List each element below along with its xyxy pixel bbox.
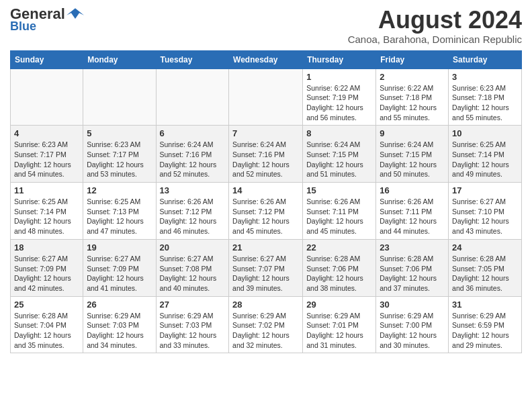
table-row: 5Sunrise: 6:23 AM Sunset: 7:17 PM Daylig… [83, 126, 156, 183]
calendar-week-row: 11Sunrise: 6:25 AM Sunset: 7:14 PM Dayli… [11, 183, 522, 240]
day-number: 9 [380, 128, 445, 138]
table-row [11, 68, 83, 126]
day-number: 7 [232, 128, 299, 138]
day-number: 22 [306, 242, 372, 253]
location: Canoa, Barahona, Dominican Republic [348, 34, 522, 45]
table-row: 29Sunrise: 6:29 AM Sunset: 7:01 PM Dayli… [303, 296, 376, 353]
table-row: 12Sunrise: 6:25 AM Sunset: 7:13 PM Dayli… [83, 183, 156, 240]
day-number: 12 [87, 185, 152, 195]
day-info: Sunrise: 6:29 AM Sunset: 6:59 PM Dayligh… [452, 311, 518, 351]
table-row: 20Sunrise: 6:27 AM Sunset: 7:08 PM Dayli… [156, 239, 229, 296]
day-info: Sunrise: 6:26 AM Sunset: 7:11 PM Dayligh… [380, 197, 445, 236]
col-saturday: Saturday [449, 50, 522, 68]
day-info: Sunrise: 6:27 AM Sunset: 7:09 PM Dayligh… [87, 254, 152, 293]
table-row: 3Sunrise: 6:23 AM Sunset: 7:18 PM Daylig… [449, 68, 522, 126]
day-info: Sunrise: 6:25 AM Sunset: 7:13 PM Dayligh… [87, 197, 152, 236]
col-monday: Monday [83, 50, 156, 68]
col-wednesday: Wednesday [229, 50, 303, 68]
day-number: 20 [160, 242, 226, 253]
day-number: 26 [87, 300, 152, 310]
day-info: Sunrise: 6:24 AM Sunset: 7:16 PM Dayligh… [232, 140, 299, 179]
day-info: Sunrise: 6:23 AM Sunset: 7:17 PM Dayligh… [14, 140, 79, 179]
day-info: Sunrise: 6:24 AM Sunset: 7:15 PM Dayligh… [306, 140, 372, 179]
table-row: 1Sunrise: 6:22 AM Sunset: 7:19 PM Daylig… [303, 68, 376, 126]
table-row: 14Sunrise: 6:26 AM Sunset: 7:12 PM Dayli… [229, 183, 303, 240]
calendar-week-row: 25Sunrise: 6:28 AM Sunset: 7:04 PM Dayli… [11, 296, 522, 353]
table-row: 24Sunrise: 6:28 AM Sunset: 7:05 PM Dayli… [449, 239, 522, 296]
day-number: 30 [380, 300, 445, 310]
day-number: 4 [14, 128, 79, 138]
day-number: 6 [160, 128, 226, 138]
day-number: 21 [232, 242, 299, 253]
title-area: August 2024 Canoa, Barahona, Dominican R… [348, 7, 522, 45]
day-number: 19 [87, 242, 152, 253]
table-row: 27Sunrise: 6:29 AM Sunset: 7:03 PM Dayli… [156, 296, 229, 353]
day-info: Sunrise: 6:28 AM Sunset: 7:06 PM Dayligh… [306, 254, 372, 293]
table-row: 9Sunrise: 6:24 AM Sunset: 7:15 PM Daylig… [376, 126, 449, 183]
table-row: 21Sunrise: 6:27 AM Sunset: 7:07 PM Dayli… [229, 239, 303, 296]
table-row: 31Sunrise: 6:29 AM Sunset: 6:59 PM Dayli… [449, 296, 522, 353]
table-row: 8Sunrise: 6:24 AM Sunset: 7:15 PM Daylig… [303, 126, 376, 183]
logo: General Blue [10, 7, 84, 32]
calendar-header-row: Sunday Monday Tuesday Wednesday Thursday… [11, 50, 522, 68]
day-number: 28 [232, 300, 299, 310]
table-row: 18Sunrise: 6:27 AM Sunset: 7:09 PM Dayli… [11, 239, 83, 296]
table-row: 10Sunrise: 6:25 AM Sunset: 7:14 PM Dayli… [449, 126, 522, 183]
day-info: Sunrise: 6:24 AM Sunset: 7:15 PM Dayligh… [380, 140, 445, 179]
day-number: 13 [160, 185, 226, 195]
day-info: Sunrise: 6:29 AM Sunset: 7:02 PM Dayligh… [232, 311, 299, 351]
day-info: Sunrise: 6:25 AM Sunset: 7:14 PM Dayligh… [14, 197, 79, 236]
day-number: 11 [14, 185, 79, 195]
day-info: Sunrise: 6:26 AM Sunset: 7:12 PM Dayligh… [160, 197, 226, 236]
day-number: 24 [452, 242, 518, 253]
day-info: Sunrise: 6:24 AM Sunset: 7:16 PM Dayligh… [160, 140, 226, 179]
day-info: Sunrise: 6:23 AM Sunset: 7:18 PM Dayligh… [452, 83, 518, 123]
table-row: 6Sunrise: 6:24 AM Sunset: 7:16 PM Daylig… [156, 126, 229, 183]
day-number: 18 [14, 242, 79, 253]
table-row: 11Sunrise: 6:25 AM Sunset: 7:14 PM Dayli… [11, 183, 83, 240]
day-info: Sunrise: 6:23 AM Sunset: 7:17 PM Dayligh… [87, 140, 152, 179]
day-info: Sunrise: 6:29 AM Sunset: 7:01 PM Dayligh… [306, 311, 372, 351]
table-row: 16Sunrise: 6:26 AM Sunset: 7:11 PM Dayli… [376, 183, 449, 240]
day-number: 3 [452, 72, 518, 82]
day-info: Sunrise: 6:26 AM Sunset: 7:11 PM Dayligh… [306, 197, 372, 236]
header: General Blue August 2024 Canoa, Barahona… [10, 7, 522, 45]
day-number: 8 [306, 128, 372, 138]
month-year: August 2024 [348, 7, 522, 34]
svg-marker-0 [66, 8, 84, 19]
day-info: Sunrise: 6:28 AM Sunset: 7:06 PM Dayligh… [380, 254, 445, 293]
calendar-week-row: 18Sunrise: 6:27 AM Sunset: 7:09 PM Dayli… [11, 239, 522, 296]
day-number: 10 [452, 128, 518, 138]
table-row: 25Sunrise: 6:28 AM Sunset: 7:04 PM Dayli… [11, 296, 83, 353]
day-info: Sunrise: 6:27 AM Sunset: 7:08 PM Dayligh… [160, 254, 226, 293]
day-number: 25 [14, 300, 79, 310]
table-row: 15Sunrise: 6:26 AM Sunset: 7:11 PM Dayli… [303, 183, 376, 240]
day-number: 1 [306, 72, 372, 82]
day-number: 5 [87, 128, 152, 138]
day-info: Sunrise: 6:26 AM Sunset: 7:12 PM Dayligh… [232, 197, 299, 236]
day-info: Sunrise: 6:27 AM Sunset: 7:09 PM Dayligh… [14, 254, 79, 293]
col-thursday: Thursday [303, 50, 376, 68]
calendar-table: Sunday Monday Tuesday Wednesday Thursday… [10, 50, 522, 354]
day-number: 2 [380, 72, 445, 82]
day-info: Sunrise: 6:22 AM Sunset: 7:19 PM Dayligh… [306, 83, 372, 123]
day-info: Sunrise: 6:29 AM Sunset: 7:03 PM Dayligh… [160, 311, 226, 351]
col-tuesday: Tuesday [156, 50, 229, 68]
day-info: Sunrise: 6:27 AM Sunset: 7:07 PM Dayligh… [232, 254, 299, 293]
day-info: Sunrise: 6:25 AM Sunset: 7:14 PM Dayligh… [452, 140, 518, 179]
table-row: 19Sunrise: 6:27 AM Sunset: 7:09 PM Dayli… [83, 239, 156, 296]
day-number: 17 [452, 185, 518, 195]
day-info: Sunrise: 6:28 AM Sunset: 7:05 PM Dayligh… [452, 254, 518, 293]
table-row: 23Sunrise: 6:28 AM Sunset: 7:06 PM Dayli… [376, 239, 449, 296]
day-info: Sunrise: 6:29 AM Sunset: 7:03 PM Dayligh… [87, 311, 152, 351]
calendar-week-row: 1Sunrise: 6:22 AM Sunset: 7:19 PM Daylig… [11, 68, 522, 126]
table-row [229, 68, 303, 126]
calendar-week-row: 4Sunrise: 6:23 AM Sunset: 7:17 PM Daylig… [11, 126, 522, 183]
day-info: Sunrise: 6:22 AM Sunset: 7:18 PM Dayligh… [380, 83, 445, 123]
day-info: Sunrise: 6:29 AM Sunset: 7:00 PM Dayligh… [380, 311, 445, 351]
table-row: 2Sunrise: 6:22 AM Sunset: 7:18 PM Daylig… [376, 68, 449, 126]
col-sunday: Sunday [11, 50, 83, 68]
col-friday: Friday [376, 50, 449, 68]
day-number: 14 [232, 185, 299, 195]
day-number: 23 [380, 242, 445, 253]
